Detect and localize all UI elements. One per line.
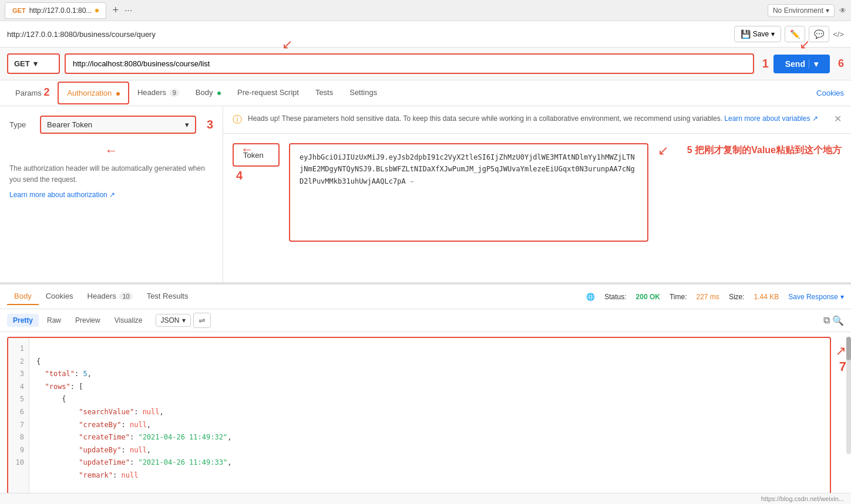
token-value-box[interactable]: eyJhbGciOiJIUzUxMiJ9.eyJsb2dpbI91c2VyX2t… xyxy=(289,143,648,242)
env-dropdown[interactable]: No Environment ▾ xyxy=(768,4,835,17)
tab-body[interactable]: Body xyxy=(187,82,229,104)
line-num-7: 7 xyxy=(13,419,24,432)
eye-icon[interactable]: 👁 xyxy=(839,6,846,15)
copy-icon[interactable]: ⧉ xyxy=(823,315,830,326)
tab-params[interactable]: Params 2 xyxy=(7,80,58,106)
save-response-label: Save Response xyxy=(788,293,838,301)
headers-badge: 9 xyxy=(170,89,179,97)
method-select[interactable]: GET ▾ xyxy=(7,53,60,74)
response-section: Body Cookies Headers 10 Test Results 🌐 S… xyxy=(0,285,851,504)
arrow-to-json: ↙ xyxy=(836,344,846,359)
annotation-1: 1 xyxy=(762,57,769,70)
annotation-6: 6 xyxy=(838,57,844,70)
auth-description: The authorization header will be automat… xyxy=(9,163,213,185)
globe-icon: 🌐 xyxy=(586,293,595,301)
comment-button[interactable]: 💬 xyxy=(809,26,829,42)
body-dot xyxy=(217,92,221,95)
tab-modified-dot xyxy=(95,9,99,12)
info-icon: ⓘ xyxy=(233,114,242,126)
tab-settings[interactable]: Settings xyxy=(341,82,385,104)
time-value: 227 ms xyxy=(697,293,719,301)
search-icon[interactable]: 🔍 xyxy=(832,315,844,326)
auth-learn-more-link[interactable]: Learn more about authorization ↗ xyxy=(9,191,115,199)
resp-tab-body[interactable]: Body xyxy=(7,288,39,305)
tab-authorization[interactable]: Authorization xyxy=(58,82,129,104)
tab-url-text: http://127.0.0.1:80... xyxy=(29,6,92,15)
info-text: Heads up! These parameters hold sensitiv… xyxy=(248,113,828,124)
send-button[interactable]: Send ▾ xyxy=(773,55,830,73)
fmt-pretty-button[interactable]: Pretty xyxy=(7,314,39,327)
resp-cookies-label: Cookies xyxy=(46,292,73,300)
token-arrow-icon: → xyxy=(410,178,414,185)
line-num-8: 8 xyxy=(13,431,24,444)
resp-testresults-label: Test Results xyxy=(147,292,189,300)
send-dropdown-icon[interactable]: ▾ xyxy=(809,59,818,69)
right-panel: ⓘ Heads up! These parameters hold sensit… xyxy=(223,106,851,282)
line-num-3: 3 xyxy=(13,368,24,381)
tab-tests[interactable]: Tests xyxy=(307,82,341,104)
token-value: eyJhbGciOiJIUzUxMiJ9.eyJsb2dpbI91c2VyX2t… xyxy=(300,153,635,185)
address-text: http://127.0.0.1:8080/business/course/qu… xyxy=(7,30,734,39)
format-bar: Pretty Raw Preview Visualize JSON ▾ ⇌ ⧉ … xyxy=(0,309,851,332)
add-tab-button[interactable]: + xyxy=(109,4,122,16)
active-tab[interactable]: GET http://127.0.0.1:80... xyxy=(5,2,106,19)
line-num-6: 6 xyxy=(13,406,24,419)
env-selector: No Environment ▾ 👁 xyxy=(768,4,846,17)
json-body: 1 2 3 4 5 6 7 8 9 10 { "total": 5, "rows… xyxy=(7,337,831,500)
resp-tab-testresults[interactable]: Test Results xyxy=(140,288,196,305)
save-button[interactable]: 💾 Save ▾ xyxy=(734,26,781,42)
tab-prerequest[interactable]: Pre-request Script xyxy=(229,82,307,104)
more-tabs-button[interactable]: ··· xyxy=(125,5,132,16)
edit-button[interactable]: ✏️ xyxy=(785,26,805,42)
info-link[interactable]: Learn more about variables ↗ xyxy=(724,114,818,123)
save-label: Save xyxy=(753,30,769,38)
scrollbar-thumb[interactable] xyxy=(846,337,851,360)
url-row: GET ▾ 1 Send ▾ 6 xyxy=(0,48,851,80)
line-numbers: 1 2 3 4 5 6 7 8 9 10 xyxy=(8,338,29,499)
close-banner-button[interactable]: ✕ xyxy=(834,113,842,124)
resp-tab-headers[interactable]: Headers 10 xyxy=(80,288,140,305)
save-dropdown-icon: ▾ xyxy=(771,30,775,38)
response-tabs-bar: Body Cookies Headers 10 Test Results 🌐 S… xyxy=(0,285,851,309)
wrap-button[interactable]: ⇌ xyxy=(193,313,211,328)
save-response-button[interactable]: Save Response ▾ xyxy=(788,293,844,301)
annotation-4: 4 xyxy=(236,169,243,182)
resp-tab-cookies[interactable]: Cookies xyxy=(39,288,80,305)
tests-label: Tests xyxy=(315,88,333,97)
auth-panel: Type Bearer Token ▾ 3 ← The authorizatio… xyxy=(0,106,223,282)
json-content[interactable]: { "total": 5, "rows": [ { "searchValue":… xyxy=(29,338,830,499)
annotation-2: 2 xyxy=(43,86,49,98)
tab-headers[interactable]: Headers 9 xyxy=(129,82,187,104)
annotation-3: 3 xyxy=(207,118,213,131)
resp-headers-badge: 10 xyxy=(119,292,132,300)
token-label: Token xyxy=(243,151,264,160)
type-label: Type xyxy=(9,120,33,129)
size-label: Size: xyxy=(729,293,745,301)
token-area: ← Token 4 eyJhbGciOiJIUzUxMiJ9.eyJsb2dpb… xyxy=(223,134,851,251)
scrollbar-track[interactable] xyxy=(846,337,851,454)
type-select[interactable]: Bearer Token ▾ xyxy=(40,116,196,134)
fmt-preview-button[interactable]: Preview xyxy=(69,314,106,327)
annotation-7-area: ↙ 7 xyxy=(836,332,846,374)
status-label: Status: xyxy=(604,293,626,301)
addr-buttons: 💾 Save ▾ ✏️ 💬 </> xyxy=(734,26,844,42)
type-chevron-icon: ▾ xyxy=(185,120,189,129)
code-button[interactable]: </> xyxy=(833,30,844,39)
info-banner: ⓘ Heads up! These parameters hold sensit… xyxy=(223,106,851,134)
method-chevron-icon: ▾ xyxy=(33,59,38,68)
tab-method-badge: GET xyxy=(12,7,26,14)
type-value: Bearer Token xyxy=(47,120,92,129)
bottom-footer: https://blog.csdn.net/weixin... xyxy=(0,493,851,504)
method-value: GET xyxy=(14,59,30,68)
line-num-10: 10 xyxy=(13,456,24,469)
env-chevron-icon: ▾ xyxy=(826,6,829,15)
json-body-wrapper: 1 2 3 4 5 6 7 8 9 10 { "total": 5, "rows… xyxy=(0,332,851,504)
line-num-1: 1 xyxy=(13,343,24,356)
fmt-raw-button[interactable]: Raw xyxy=(41,314,67,327)
cookies-link[interactable]: Cookies xyxy=(816,89,844,97)
save-icon: 💾 xyxy=(741,29,751,39)
request-tabs: Params 2 Authorization Headers 9 Body Pr… xyxy=(0,80,851,106)
url-input[interactable] xyxy=(65,53,754,74)
json-format-select[interactable]: JSON ▾ xyxy=(156,314,191,327)
fmt-visualize-button[interactable]: Visualize xyxy=(109,314,149,327)
